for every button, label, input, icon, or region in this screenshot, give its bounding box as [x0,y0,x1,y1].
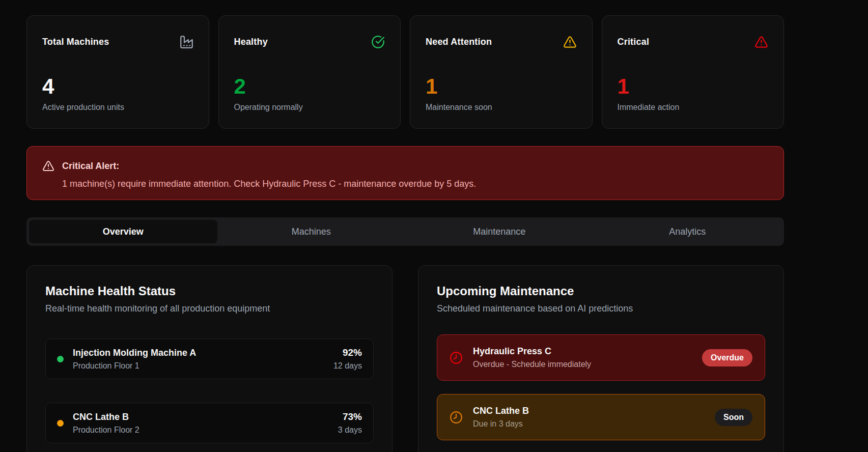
dashboard: Total Machines 4 Active production units… [26,0,784,452]
machine-health-row[interactable]: Injection Molding Machine A Production F… [45,338,374,379]
alert-message: 1 machine(s) require immediate attention… [62,179,768,189]
alert-triangle-icon [42,160,54,172]
maintenance-machine-name: Hydraulic Press C [473,346,702,357]
critical-alert-banner: Critical Alert: 1 machine(s) require imm… [26,146,784,200]
machine-days: 12 days [333,361,362,371]
status-badge: Soon [715,409,752,426]
stat-card-total-machines: Total Machines 4 Active production units [26,15,209,129]
machine-location: Production Floor 1 [73,361,333,371]
alert-triangle-icon [754,35,768,49]
stat-card-value: 4 [42,75,193,98]
tab-analytics[interactable]: Analytics [594,220,782,243]
stat-card-description: Immediate action [618,103,769,112]
machine-name: Injection Molding Machine A [73,348,333,358]
machine-health-panel: Machine Health Status Real-time health m… [26,265,393,452]
check-circle-icon [371,35,385,49]
tab-machines[interactable]: Machines [217,220,406,243]
stat-card-title: Critical [618,37,650,47]
tab-maintenance[interactable]: Maintenance [405,220,594,243]
stat-card-value: 1 [618,75,769,98]
panel-title: Upcoming Maintenance [437,284,765,298]
machine-location: Production Floor 2 [73,426,338,435]
stat-card-title: Healthy [234,37,268,47]
stat-card-critical: Critical 1 Immediate action [602,15,785,129]
tab-overview[interactable]: Overview [29,220,217,243]
stat-card-description: Active production units [42,103,193,112]
panels-row: Machine Health Status Real-time health m… [26,265,784,452]
status-dot-warning [57,420,64,427]
maintenance-detail: Due in 3 days [473,419,715,429]
stat-cards-row: Total Machines 4 Active production units… [26,15,784,129]
panel-subtitle: Scheduled maintenance based on AI predic… [437,303,765,314]
clock-icon [450,351,463,364]
machine-health-percent: 73% [338,411,362,422]
alert-title: Critical Alert: [62,161,119,172]
upcoming-maintenance-panel: Upcoming Maintenance Scheduled maintenan… [418,265,784,452]
maintenance-detail: Overdue - Schedule immediately [473,360,702,369]
factory-icon [180,35,193,49]
alert-triangle-icon [563,35,577,49]
stat-card-description: Operating normally [234,103,385,112]
clock-icon [450,411,463,424]
status-badge: Overdue [702,349,752,366]
maintenance-item-soon[interactable]: CNC Lathe B Due in 3 days Soon [437,394,765,440]
stat-card-title: Need Attention [426,37,492,47]
panel-subtitle: Real-time health monitoring of all produ… [45,303,374,314]
machine-days: 3 days [338,426,362,435]
panel-title: Machine Health Status [45,284,374,298]
status-dot-healthy [57,356,64,362]
stat-card-description: Maintenance soon [426,103,577,112]
maintenance-item-overdue[interactable]: Hydraulic Press C Overdue - Schedule imm… [437,334,765,381]
machine-health-percent: 92% [333,347,362,358]
stat-card-need-attention: Need Attention 1 Maintenance soon [410,15,593,129]
stat-card-title: Total Machines [42,37,109,47]
machine-name: CNC Lathe B [73,412,338,422]
tab-bar: Overview Machines Maintenance Analytics [26,217,784,246]
stat-card-value: 1 [426,75,577,98]
stat-card-healthy: Healthy 2 Operating normally [218,15,401,129]
machine-health-row[interactable]: CNC Lathe B Production Floor 2 73% 3 day… [45,403,374,443]
stat-card-value: 2 [234,75,385,98]
maintenance-machine-name: CNC Lathe B [473,406,715,416]
